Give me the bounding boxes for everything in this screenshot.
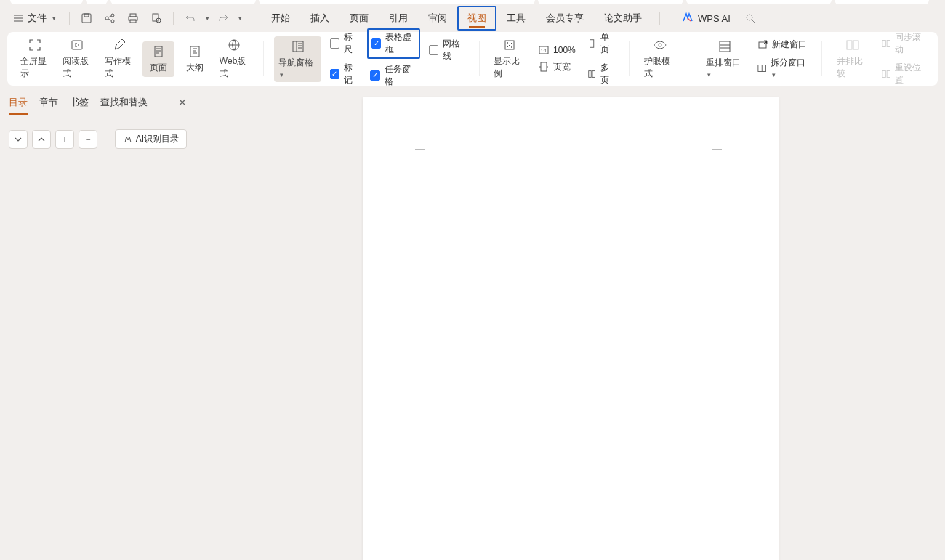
chevron-down-icon <box>15 136 22 143</box>
svg-rect-33 <box>882 71 885 78</box>
remove-heading-button[interactable]: − <box>79 130 97 149</box>
page-mode-button[interactable]: 页面 <box>142 41 174 77</box>
rearrange-button[interactable]: 重排窗口 ▾ <box>701 36 749 82</box>
print-button[interactable] <box>124 9 142 28</box>
marks-checkbox[interactable]: 标记 <box>327 60 361 88</box>
outline-mode-button[interactable]: 大纲 <box>179 41 211 77</box>
search-button[interactable] <box>741 9 760 28</box>
margin-corner <box>415 139 425 150</box>
svg-point-3 <box>111 14 114 17</box>
doc-tab[interactable] <box>259 0 535 4</box>
file-menu[interactable]: 文件 ▾ <box>7 9 62 28</box>
sidepanel-close-button[interactable]: ✕ <box>178 97 187 108</box>
svg-rect-31 <box>882 41 885 47</box>
svg-rect-24 <box>592 71 595 78</box>
table-frame-checkbox[interactable]: 表格虚框 <box>367 28 420 59</box>
nav-pane-button[interactable]: 导航窗格 ▾ <box>274 36 321 82</box>
tab-view[interactable]: 视图 <box>457 6 496 31</box>
checkbox-icon <box>429 45 438 55</box>
svg-rect-34 <box>887 71 890 78</box>
svg-point-25 <box>659 44 662 46</box>
fullscreen-button[interactable]: 全屏显示 <box>16 35 54 83</box>
sidepanel-tab-bookmark[interactable]: 书签 <box>70 93 89 112</box>
tab-thesis[interactable]: 论文助手 <box>594 6 652 31</box>
doc-tab[interactable] <box>686 0 832 4</box>
gridlines-checkbox[interactable]: 网格线 <box>426 36 468 64</box>
tab-review[interactable]: 审阅 <box>418 6 457 31</box>
svg-rect-23 <box>589 71 592 78</box>
checkbox-icon <box>371 38 381 49</box>
doc-tab[interactable] <box>538 0 683 4</box>
svg-rect-12 <box>155 46 162 57</box>
web-mode-button[interactable]: Web版式 <box>215 35 253 83</box>
tab-member[interactable]: 会员专享 <box>536 6 594 31</box>
reading-mode-button[interactable]: 阅读版式 <box>58 35 96 83</box>
document-canvas[interactable] <box>196 86 945 560</box>
document-page[interactable] <box>363 97 779 560</box>
sidepanel-tab-toc[interactable]: 目录 <box>9 93 28 112</box>
fullscreen-icon <box>28 38 42 52</box>
doc-tab[interactable] <box>835 0 929 4</box>
checkbox-icon <box>370 70 379 81</box>
ruler-checkbox[interactable]: 标尺 <box>327 30 361 57</box>
sidepanel-tabs: 目录 章节 书签 查找和替换 ✕ <box>9 93 187 112</box>
add-heading-button[interactable]: + <box>55 130 74 149</box>
multi-page-button[interactable]: 多页 <box>584 60 619 88</box>
ai-recognize-toc-button[interactable]: AI识别目录 <box>115 129 187 149</box>
svg-point-10 <box>747 15 752 20</box>
doc-tab[interactable] <box>10 0 83 4</box>
svg-rect-22 <box>590 40 593 48</box>
checkbox-icon <box>330 69 339 79</box>
top-toolbar: 文件 ▾ ▾ ▾ 开始 插入 页面 引用 审阅 视图 工具 会员专享 论文助手 … <box>0 4 945 32</box>
doc-tab[interactable] <box>86 0 108 4</box>
play-icon <box>70 38 84 52</box>
reset-icon <box>882 69 890 79</box>
redo-dropdown[interactable]: ▾ <box>238 15 242 22</box>
zoom-ratio-button[interactable]: 显示比例 <box>489 35 530 83</box>
ratio-icon: 1:1 <box>539 45 549 55</box>
new-window-icon <box>757 40 768 50</box>
svg-rect-13 <box>190 46 199 57</box>
share-button[interactable] <box>100 9 119 28</box>
svg-rect-5 <box>130 14 136 17</box>
writing-mode-button[interactable]: 写作模式 <box>100 35 138 83</box>
side-by-side-icon <box>845 38 860 52</box>
zoom-100-button[interactable]: 1:1 100% <box>536 44 579 57</box>
page-width-button[interactable]: 页宽 <box>536 60 579 75</box>
nav-pane-icon <box>291 39 305 54</box>
sync-scroll-button: 同步滚动 <box>879 30 929 57</box>
collapse-up-button[interactable] <box>32 130 51 149</box>
undo-dropdown[interactable]: ▾ <box>206 15 209 22</box>
svg-rect-30 <box>853 41 858 49</box>
split-window-button[interactable]: 拆分窗口 ▾ <box>755 55 812 81</box>
save-button[interactable] <box>77 9 96 28</box>
redo-button[interactable] <box>214 9 233 28</box>
tab-start[interactable]: 开始 <box>261 6 300 31</box>
tab-page[interactable]: 页面 <box>339 6 379 31</box>
svg-rect-8 <box>153 14 158 21</box>
document-tab-strip <box>0 0 945 4</box>
eye-protect-button[interactable]: 护眼模式 <box>640 35 680 83</box>
tab-tools[interactable]: 工具 <box>496 6 536 31</box>
doc-tab[interactable] <box>110 0 256 4</box>
svg-rect-1 <box>84 14 89 17</box>
main-menu-tabs: 开始 插入 页面 引用 审阅 视图 工具 会员专享 论文助手 <box>261 6 652 31</box>
svg-text:1:1: 1:1 <box>541 49 547 53</box>
sidepanel-tab-chapter[interactable]: 章节 <box>39 93 58 112</box>
split-icon <box>757 63 767 73</box>
ai-icon <box>123 134 133 145</box>
page-icon <box>151 44 166 59</box>
tab-insert[interactable]: 插入 <box>300 6 339 31</box>
expand-down-button[interactable] <box>9 130 28 149</box>
sidepanel-tab-find[interactable]: 查找和替换 <box>100 93 148 112</box>
one-page-button[interactable]: 单页 <box>584 30 619 57</box>
wps-ai-button[interactable]: WPS AI <box>676 9 736 27</box>
pencil-icon <box>112 38 126 52</box>
svg-rect-15 <box>293 41 303 52</box>
rows-icon <box>717 39 732 54</box>
undo-button[interactable] <box>181 9 200 28</box>
tab-reference[interactable]: 引用 <box>379 6 418 31</box>
percent-icon <box>502 38 517 52</box>
print-preview-button[interactable] <box>147 9 166 28</box>
new-window-button[interactable]: 新建窗口 <box>755 37 812 52</box>
